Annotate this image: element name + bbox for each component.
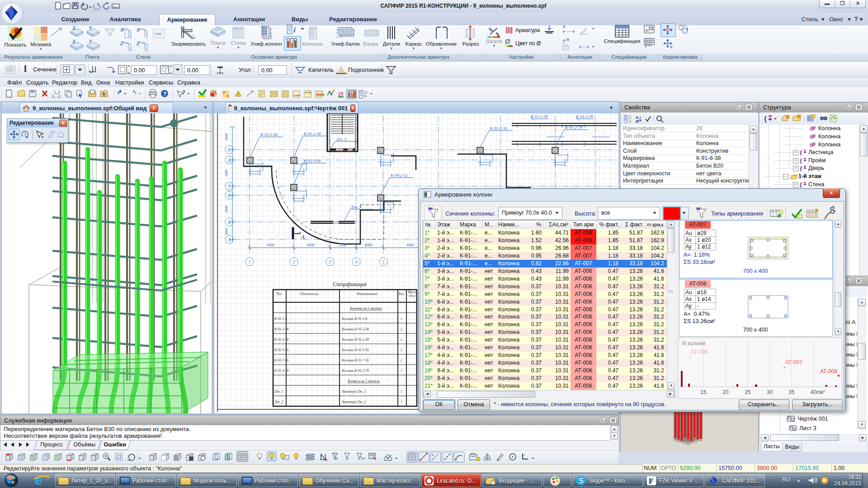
svg-text:К-91-7-36: К-91-7-36 [274, 358, 288, 362]
svg-text:Арматура Дж_2: Арматура Дж_2 [341, 400, 366, 404]
svg-text:4000: 4000 [406, 243, 415, 247]
svg-text:К-94-2-32: К-94-2-32 [390, 173, 408, 178]
svg-text:Поз.: Поз. [276, 292, 283, 296]
svg-text:К-92-5-56: К-92-5-56 [274, 348, 288, 352]
svg-text:X: X [72, 39, 76, 44]
svg-text:Кол.: Кол. [398, 292, 405, 296]
svg-text:К-92-5-56: К-92-5-56 [303, 159, 321, 163]
svg-text:MAX: MAX [316, 93, 325, 97]
svg-text:2: 2 [401, 327, 402, 331]
svg-text:Колонна К-92-5-56: Колонна К-92-5-56 [341, 348, 369, 352]
svg-text:Дж_1: Дж_1 [274, 389, 283, 394]
svg-text:Наименование: Наименование [356, 292, 378, 296]
svg-text:3000: 3000 [225, 169, 229, 177]
svg-text:1: 1 [248, 259, 251, 264]
svg-text:ед,кг: ед,кг [409, 294, 415, 298]
svg-text:К-91-2-38: К-91-2-38 [274, 327, 288, 331]
svg-text:2: 2 [401, 338, 402, 342]
svg-text:?: ? [163, 91, 166, 97]
svg-text:4: 4 [355, 259, 358, 264]
svg-text:3000: 3000 [225, 133, 229, 141]
svg-text:30: 30 [767, 389, 773, 395]
svg-text:AT-008: AT-008 [820, 368, 837, 375]
svg-text:4000: 4000 [307, 243, 315, 247]
svg-text:{: { [800, 157, 802, 164]
svg-text:К-92-2-38: К-92-2-38 [274, 338, 288, 342]
svg-text:Дж_3: Дж_3 [350, 205, 362, 209]
svg-text:Ø: Ø [505, 38, 510, 45]
svg-text:AT-007: AT-007 [785, 359, 802, 366]
svg-text:F: F [649, 477, 653, 485]
svg-text:К-92-2-38: К-92-2-38 [576, 114, 593, 119]
svg-text:1: 1 [401, 389, 402, 394]
svg-text:А: А [301, 234, 305, 240]
svg-text:3000: 3000 [225, 228, 229, 236]
svg-text:Подколонник: Подколонник [348, 66, 384, 73]
svg-text:X: X [120, 27, 124, 33]
svg-text:Колонна К-92-2-38: Колонна К-92-2-38 [341, 338, 369, 342]
svg-text:2: 2 [292, 259, 295, 264]
svg-text:1: 1 [401, 369, 402, 373]
svg-text:M: M [566, 38, 569, 41]
svg-text:1: 1 [401, 317, 402, 321]
svg-text:Колонны на 1 этажах: Колонны на 1 этажах [349, 306, 382, 310]
svg-text:Сечение: Сечение [33, 66, 57, 73]
svg-text:Колонна К-91-2-38: Колонна К-91-2-38 [341, 327, 369, 331]
svg-text:№: № [324, 458, 328, 462]
svg-text:Дж_5: Дж_5 [336, 137, 347, 141]
svg-text:5: 5 [382, 259, 385, 264]
svg-text:Каркасы на 1 этажах: Каркасы на 1 этажах [347, 379, 380, 383]
svg-text:{: { [800, 149, 802, 155]
svg-text:Колонна К-91-2-78: Колонна К-91-2-78 [341, 369, 369, 373]
svg-text:3: 3 [328, 259, 331, 264]
svg-text:N колонн: N колонн [682, 340, 705, 347]
svg-text:Колонна К-91-7-36: Колонна К-91-7-36 [341, 358, 369, 362]
svg-text:35: 35 [788, 389, 795, 395]
svg-text:i: i [293, 26, 296, 34]
svg-text:20: 20 [722, 389, 729, 395]
svg-text:Z: Z [120, 41, 124, 46]
svg-text:15: 15 [700, 389, 707, 395]
svg-text:Спецификация: Спецификация [333, 281, 367, 287]
svg-text:К-91-1-Б: К-91-1-Б [274, 317, 288, 321]
svg-text:Я: Я [636, 119, 638, 123]
svg-text:12: 12 [364, 91, 368, 94]
svg-text:2500: 2500 [339, 243, 347, 247]
svg-text:AT-006: AT-006 [691, 349, 708, 355]
svg-text:Дж_2: Дж_2 [274, 400, 283, 404]
svg-text:К-91-2-78: К-91-2-78 [274, 369, 288, 373]
svg-text:1: 1 [401, 400, 402, 404]
svg-text:+: + [783, 365, 786, 370]
svg-text:I: I [24, 64, 27, 74]
svg-text:Обозначение: Обозначение [300, 292, 319, 296]
svg-text:К-91-7-36: К-91-7-36 [490, 126, 507, 131]
svg-text:25: 25 [745, 389, 751, 395]
svg-text:Арматура Дж_1: Арматура Дж_1 [341, 389, 366, 394]
svg-text:К-91-2-78: К-91-2-78 [565, 125, 582, 130]
svg-text:S: S [579, 477, 584, 485]
svg-text:?: ? [182, 89, 185, 95]
svg-text:Угол :: Угол : [239, 66, 254, 73]
svg-text:3000: 3000 [225, 206, 229, 213]
svg-text:X: X [136, 27, 140, 33]
svg-text:4000: 4000 [364, 243, 373, 247]
svg-text:max: max [155, 32, 161, 36]
svg-text:2: 2 [401, 358, 402, 362]
svg-text:X: X [72, 25, 76, 31]
svg-text:%: % [364, 94, 367, 98]
svg-text:A: A [563, 38, 566, 42]
svg-text:0.00: 0.00 [261, 67, 272, 74]
svg-text:2: 2 [401, 348, 402, 352]
svg-text:e: e [35, 473, 42, 487]
svg-text:К-92-2-38: К-92-2-38 [260, 132, 278, 137]
svg-text:Z: Z [136, 41, 140, 46]
svg-text:Колонна К-91-1-Б: Колонна К-91-1-Б [341, 317, 368, 321]
svg-text:К-91-2-38: К-91-2-38 [303, 131, 321, 136]
svg-text:{: { [800, 181, 802, 188]
svg-text:+: + [689, 354, 691, 360]
svg-text:Капитель: Капитель [308, 66, 334, 73]
svg-text:0.00: 0.00 [187, 67, 198, 74]
svg-text:A: A [563, 24, 566, 29]
svg-text:{: { [764, 115, 767, 122]
svg-text:К-91-2-38: К-91-2-38 [530, 114, 548, 119]
